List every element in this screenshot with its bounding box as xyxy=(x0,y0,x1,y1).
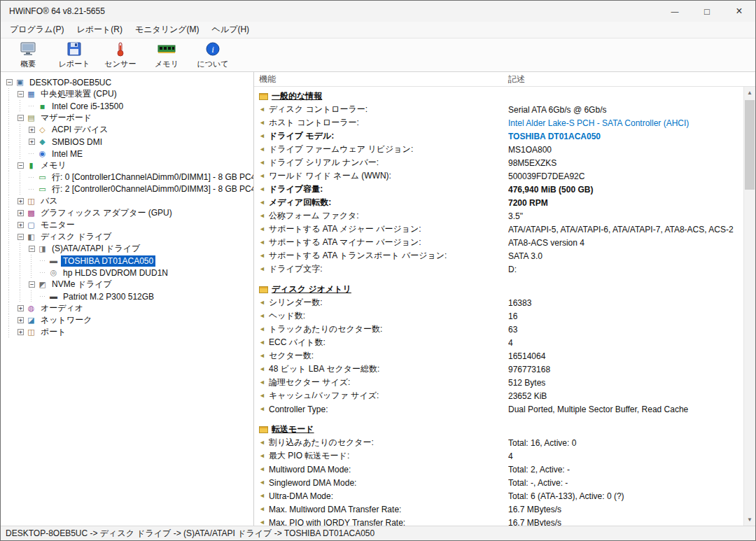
scrollbar-thumb[interactable] xyxy=(745,100,755,190)
tree-indent-guide xyxy=(15,100,26,112)
tree-item[interactable]: +SMBIOS DMI xyxy=(1,136,253,148)
summary-button[interactable]: 概要 xyxy=(5,40,51,71)
tree-item[interactable]: TOSHIBA DT01ACA050 xyxy=(1,255,253,267)
expand-plus-icon[interactable]: + xyxy=(29,127,35,133)
tree-item[interactable]: Patriot M.2 P300 512GB xyxy=(1,290,253,302)
menu-item-2[interactable]: モニタリング(M) xyxy=(129,22,206,38)
collapse-minus-icon[interactable]: − xyxy=(29,246,35,252)
detail-row[interactable]: セクター数:16514064 xyxy=(259,349,741,363)
expand-plus-icon[interactable]: + xyxy=(18,305,24,311)
tree-item[interactable]: +モニター xyxy=(1,219,253,231)
tree-item[interactable]: 行: 0 [Controller1ChannelADimm0/DIMM1] - … xyxy=(1,171,253,183)
close-button[interactable] xyxy=(723,1,755,22)
item-arrow-icon xyxy=(259,449,269,463)
item-arrow-icon xyxy=(259,389,269,402)
tree-item[interactable]: −ディスク ドライブ xyxy=(1,231,253,243)
collapse-minus-icon[interactable]: − xyxy=(18,115,24,121)
ram-icon xyxy=(157,41,176,57)
detail-row[interactable]: Controller Type:Dual Ported, Multiple Se… xyxy=(259,402,741,416)
detail-row[interactable]: トラックあたりのセクター数:63 xyxy=(259,323,741,336)
tree-item[interactable]: −マザーボード xyxy=(1,112,253,124)
expand-plus-icon[interactable]: + xyxy=(18,317,24,323)
tree-item[interactable]: hp HLDS DVDROM DUD1N xyxy=(1,267,253,279)
folder-icon xyxy=(259,426,268,433)
collapse-minus-icon[interactable]: − xyxy=(18,162,24,169)
scroll-up-icon[interactable]: ▲ xyxy=(744,87,755,99)
detail-row[interactable]: Singleword DMA Mode:Total: -, Active: - xyxy=(259,476,741,489)
detail-row[interactable]: ECC バイト数:4 xyxy=(259,336,741,349)
detail-row[interactable]: 48 ビット LBA セクター総数:976773168 xyxy=(259,363,741,376)
detail-row[interactable]: 割り込みあたりのセクター:Total: 16, Active: 0 xyxy=(259,436,741,449)
detail-feature-label: メディア回転数: xyxy=(269,197,331,209)
detail-feature-cell: Singleword DMA Mode: xyxy=(259,476,508,489)
detail-row[interactable]: ワールド ワイド ネーム (WWN):500039FD7DEA92C xyxy=(259,169,741,183)
tree-item[interactable]: −(S)ATA/ATAPI ドライブ xyxy=(1,243,253,255)
detail-row[interactable]: Multiword DMA Mode:Total: 2, Active: - xyxy=(259,463,741,476)
menu-item-1[interactable]: レポート(R) xyxy=(70,22,129,38)
expand-plus-icon[interactable]: + xyxy=(18,329,24,335)
expand-plus-icon[interactable]: + xyxy=(29,139,35,145)
item-arrow-icon xyxy=(259,249,269,262)
detail-row[interactable]: Max. Multiword DMA Transfer Rate:16.7 MB… xyxy=(259,503,741,516)
cpu-item-icon xyxy=(37,100,48,113)
memory-button[interactable]: メモリ xyxy=(144,40,190,71)
report-button[interactable]: レポート xyxy=(51,40,97,71)
device-tree: −DESKTOP-8OEB5UC−中央処理装置 (CPU)Intel Core … xyxy=(1,72,254,526)
detail-row[interactable]: ドライブ容量:476,940 MiB (500 GB) xyxy=(259,183,741,196)
vertical-scrollbar[interactable]: ▲ ▼ xyxy=(743,87,755,526)
collapse-minus-icon[interactable]: − xyxy=(6,79,13,85)
scrollbar-track[interactable] xyxy=(744,99,755,514)
menu-bar: プログラム(P)レポート(R)モニタリング(M)ヘルプ(H) xyxy=(1,22,755,38)
detail-row[interactable]: キャッシュ/バッファ サイズ:23652 KiB xyxy=(259,389,741,402)
detail-row[interactable]: シリンダー数:16383 xyxy=(259,296,741,309)
detail-row[interactable]: 論理セクター サイズ:512 Bytes xyxy=(259,376,741,389)
maximize-button[interactable] xyxy=(691,1,723,22)
expand-plus-icon[interactable]: + xyxy=(18,222,24,228)
detail-row[interactable]: ドライブ文字:D: xyxy=(259,262,741,276)
detail-row[interactable]: ドライブ シリアル ナンバー:98M5EXZKS xyxy=(259,156,741,169)
detail-row[interactable]: Ultra-DMA Mode:Total: 6 (ATA-133), Activ… xyxy=(259,489,741,503)
tree-item[interactable]: +ACPI デバイス xyxy=(1,124,253,136)
detail-row[interactable]: ディスク コントローラー:Serial ATA 6Gb/s @ 6Gb/s xyxy=(259,103,741,116)
tree-item[interactable]: Intel ME xyxy=(1,148,253,160)
detail-row[interactable]: 公称フォーム ファクタ:3.5" xyxy=(259,209,741,223)
tree-item[interactable]: −メモリ xyxy=(1,160,253,171)
scroll-down-icon[interactable]: ▼ xyxy=(744,514,755,526)
tree-indent-guide xyxy=(26,267,37,279)
tree-item[interactable]: −NVMe ドライブ xyxy=(1,279,253,290)
tree-item[interactable]: 行: 2 [Controller0ChannelADimm0/DIMM3] - … xyxy=(1,183,253,195)
detail-row[interactable]: Max. PIO with IORDY Transfer Rate:16.7 M… xyxy=(259,516,741,526)
detail-value: Total: 6 (ATA-133), Active: 0 (?) xyxy=(508,491,741,501)
tree-item[interactable]: −DESKTOP-8OEB5UC xyxy=(1,76,253,88)
about-button[interactable]: i について xyxy=(190,40,236,71)
expand-plus-icon[interactable]: + xyxy=(18,210,24,216)
detail-value: Dual Ported, Multiple Sector Buffer, Rea… xyxy=(508,405,741,414)
tree-item[interactable]: +オーディオ xyxy=(1,302,253,314)
detail-row[interactable]: ホスト コントローラー:Intel Alder Lake-S PCH - SAT… xyxy=(259,116,741,129)
collapse-minus-icon[interactable]: − xyxy=(29,281,35,288)
detail-row[interactable]: サポートする ATA マイナー バージョン:ATA8-ACS version 4 xyxy=(259,236,741,249)
detail-row[interactable]: サポートする ATA トランスポート バージョン:SATA 3.0 xyxy=(259,249,741,262)
detail-value: ATA8-ACS version 4 xyxy=(508,238,741,248)
detail-row[interactable]: サポートする ATA メジャー バージョン:ATA/ATAPI-5, ATA/A… xyxy=(259,223,741,236)
tree-item[interactable]: Intel Core i5-13500 xyxy=(1,100,253,112)
collapse-minus-icon[interactable]: − xyxy=(18,234,24,240)
detail-row[interactable]: メディア回転数:7200 RPM xyxy=(259,196,741,209)
tree-item[interactable]: +グラフィックス アダプター (GPU) xyxy=(1,207,253,219)
detail-value: 16.7 MBytes/s xyxy=(508,505,741,514)
tree-item[interactable]: +バス xyxy=(1,195,253,207)
sensors-button[interactable]: センサー xyxy=(97,40,144,71)
detail-row[interactable]: ヘッド数:16 xyxy=(259,309,741,323)
dimm-icon xyxy=(37,183,48,195)
menu-item-0[interactable]: プログラム(P) xyxy=(4,22,70,38)
menu-item-3[interactable]: ヘルプ(H) xyxy=(206,22,256,38)
collapse-minus-icon[interactable]: − xyxy=(18,91,24,97)
expand-plus-icon[interactable]: + xyxy=(18,198,24,204)
detail-row[interactable]: 最大 PIO 転送モード:4 xyxy=(259,449,741,463)
tree-item[interactable]: −中央処理装置 (CPU) xyxy=(1,88,253,100)
detail-row[interactable]: ドライブ ファームウェア リビジョン:MS1OA800 xyxy=(259,143,741,156)
minimize-button[interactable] xyxy=(659,1,691,22)
tree-item[interactable]: +ネットワーク xyxy=(1,314,253,326)
detail-row[interactable]: ドライブ モデル:TOSHIBA DT01ACA050 xyxy=(259,129,741,143)
tree-item[interactable]: +ポート xyxy=(1,326,253,338)
